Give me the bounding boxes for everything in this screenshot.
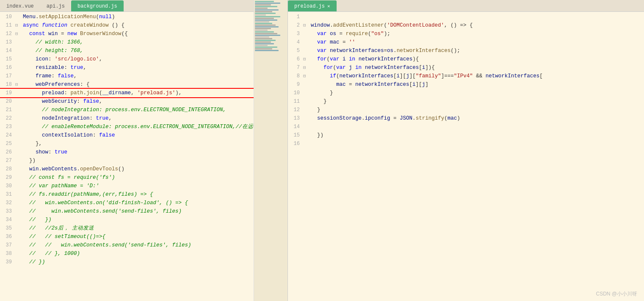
table-row: 13 // width: 1366,	[0, 38, 254, 47]
table-row: 13 sessionStorage.ipconfig = JSON.string…	[288, 114, 644, 123]
table-row: 4 var mac = ''	[288, 38, 644, 47]
table-row: 5 var networkInterfaces=os.networkInterf…	[288, 47, 644, 55]
table-row: 37 // // win.webContents.send('send-file…	[0, 241, 254, 249]
table-row: 12 ⊟ const win = new BrowserWindow({	[0, 30, 254, 38]
tab-index-vue[interactable]: index.vue	[0, 0, 40, 11]
table-row: 1	[288, 13, 644, 21]
table-row: 17 frame: false,	[0, 72, 254, 80]
table-row: 38 // // }, 1000)	[0, 249, 254, 258]
table-row: 3 var os = require("os");	[288, 30, 644, 38]
table-row: 26 show: true	[0, 148, 254, 156]
table-row: 11 }	[288, 97, 644, 106]
table-row: 22 nodeIntegration: true,	[0, 114, 254, 123]
table-row: 39 // })	[0, 258, 254, 266]
right-tab-bar: preload.js ✕	[288, 0, 644, 12]
table-row: 11 ⊟ async function createWindow () {	[0, 21, 254, 30]
table-row: 16 resizable: true,	[0, 63, 254, 72]
table-row: 10 }	[288, 89, 644, 97]
table-row: 10 Menu.setApplicationMenu(null)	[0, 13, 254, 21]
table-row: 35 // //2s后， 主动发送	[0, 224, 254, 233]
table-row: 32 // win.webContents.on('did-finish-loa…	[0, 199, 254, 207]
table-row: 8 ⊟ if(networkInterfaces[i][j]["family"]…	[288, 72, 644, 80]
table-row: 24 contextIsolation: false	[0, 131, 254, 140]
watermark: CSDN @小小川呀	[596, 290, 637, 298]
table-row: 29 // const fs = require('fs')	[0, 173, 254, 182]
table-row: 14 // height: 768,	[0, 47, 254, 55]
table-row: 16	[288, 140, 644, 148]
table-row: 15 })	[288, 131, 644, 140]
table-row: 12 }	[288, 106, 644, 114]
highlighted-line-19: 19 preload: path.join(__dirname, 'preloa…	[0, 89, 254, 97]
table-row: 7 ⊟ for(var j in networkInterfaces[i]){	[288, 63, 644, 72]
minimap	[254, 0, 287, 301]
table-row: 14	[288, 123, 644, 131]
table-row: 23 // enableRemoteModule: process.env.EL…	[0, 123, 254, 131]
tab-preload-js[interactable]: preload.js ✕	[288, 0, 337, 11]
table-row: 15 icon: 'src/logo.ico',	[0, 55, 254, 63]
table-row: 27 })	[0, 156, 254, 165]
table-row: 21 // nodeIntegration: process.env.ELECT…	[0, 106, 254, 114]
table-row: 6 ⊟ for(var i in networkInterfaces){	[288, 55, 644, 63]
table-row: 33 // win.webContents.send('send-files',…	[0, 207, 254, 216]
table-row: 34 // })	[0, 216, 254, 224]
tab-api-js[interactable]: api.js	[40, 0, 71, 11]
table-row: 30 // var pathName = 'D:'	[0, 182, 254, 190]
left-code-area: 10 Menu.setApplicationMenu(null) 11 ⊟ as…	[0, 12, 254, 301]
left-tab-bar: index.vue api.js background.js	[0, 0, 254, 12]
table-row: 20 webSecurity: false,	[0, 97, 254, 106]
table-row: 36 // // setTimeout(()=>{	[0, 233, 254, 241]
close-preload-tab[interactable]: ✕	[327, 3, 330, 9]
table-row: 31 // fs.readdir(pathName,(err,files) =>…	[0, 190, 254, 199]
table-row: 28 win.webContents.openDevTools()	[0, 165, 254, 173]
tab-background-js[interactable]: background.js	[71, 0, 124, 11]
table-row: 2 ⊟ window.addEventListener('DOMContentL…	[288, 21, 644, 30]
table-row: 9 mac = networkInterfaces[i][j]	[288, 80, 644, 89]
right-code-area: 1 2 ⊟ window.addEventListener('DOMConten…	[288, 12, 644, 301]
table-row: 18 ⊟ webPreferences: {	[0, 80, 254, 89]
table-row: 25 },	[0, 140, 254, 148]
